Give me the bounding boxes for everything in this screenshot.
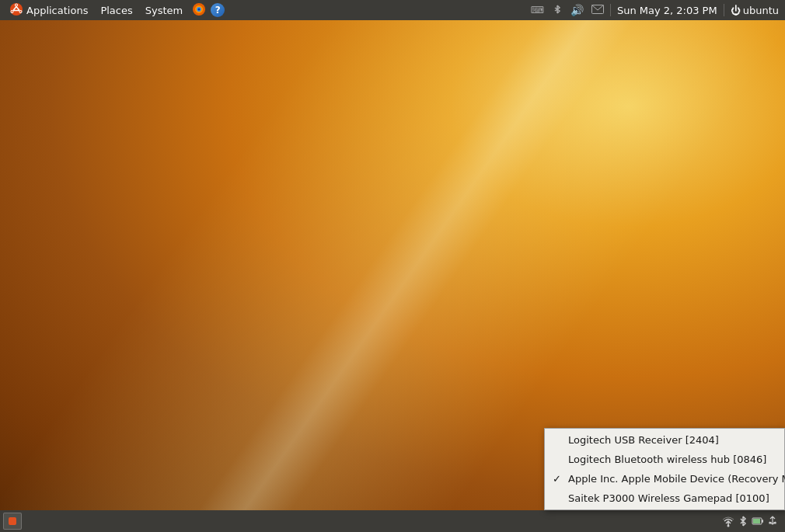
- network-icon: [722, 515, 734, 527]
- clock[interactable]: Sun May 2, 2:03 PM: [614, 0, 720, 20]
- places-menu[interactable]: Places: [94, 0, 138, 20]
- menu-item-label: Logitech USB Receiver [2404]: [568, 434, 719, 446]
- panel-right: ⌨ 🔊: [528, 0, 782, 20]
- applications-menu[interactable]: Applications: [3, 0, 94, 20]
- svg-point-4: [16, 4, 17, 5]
- device-context-menu: Logitech USB Receiver [2404] Logitech Bl…: [544, 428, 785, 510]
- help-icon: ?: [211, 3, 225, 17]
- places-label: Places: [100, 5, 132, 16]
- bottom-tray-icons[interactable]: [719, 511, 782, 531]
- svg-point-15: [727, 525, 730, 527]
- ubuntu-logo-icon: [9, 2, 23, 19]
- usb-icon: [766, 515, 779, 527]
- svg-point-13: [198, 8, 201, 10]
- taskbar-dot: [9, 517, 16, 525]
- svg-point-5: [12, 11, 13, 12]
- system-label: System: [145, 5, 183, 16]
- firefox-icon: [192, 2, 206, 19]
- svg-rect-18: [753, 519, 760, 523]
- volume-icon: 🔊: [570, 4, 584, 16]
- panel-separator-2: [724, 4, 724, 16]
- svg-point-6: [20, 11, 22, 12]
- panel-left: Applications Places System ?: [3, 0, 528, 20]
- user-power-menu[interactable]: ⏻ ubuntu: [727, 0, 782, 20]
- username-label: ubuntu: [743, 5, 779, 16]
- menu-item-saitek[interactable]: Saitek P3000 Wireless Gamepad [0100]: [545, 489, 784, 508]
- applications-label: Applications: [26, 5, 88, 16]
- svg-rect-17: [762, 520, 763, 523]
- bluetooth-tray-icon[interactable]: [549, 0, 566, 20]
- menu-item-apple-mobile[interactable]: Apple Inc. Apple Mobile Device (Recovery…: [545, 469, 784, 489]
- menu-item-label: Logitech Bluetooth wireless hub [0846]: [568, 454, 766, 465]
- mail-tray-icon[interactable]: [588, 0, 607, 20]
- datetime-label: Sun May 2, 2:03 PM: [617, 5, 717, 16]
- keyboard-icon: ⌨: [531, 5, 544, 16]
- panel-separator-1: [610, 4, 611, 16]
- menu-item-logitech-usb[interactable]: Logitech USB Receiver [2404]: [545, 430, 784, 450]
- help-launcher[interactable]: ?: [209, 0, 226, 20]
- power-icon: ⏻: [731, 5, 741, 16]
- system-menu[interactable]: System: [139, 0, 189, 20]
- mail-icon: [591, 5, 604, 16]
- top-panel: Applications Places System ?: [0, 0, 785, 20]
- menu-item-logitech-bt[interactable]: Logitech Bluetooth wireless hub [0846]: [545, 450, 784, 469]
- battery-icon: [752, 515, 764, 527]
- bottom-panel: [0, 510, 785, 532]
- firefox-launcher[interactable]: [189, 0, 209, 20]
- volume-tray-icon[interactable]: 🔊: [567, 0, 587, 20]
- bluetooth-bottom-icon: [737, 515, 749, 527]
- menu-item-label: Apple Inc. Apple Mobile Device (Recovery…: [568, 473, 785, 485]
- menu-item-label: Saitek P3000 Wireless Gamepad [0100]: [568, 492, 769, 504]
- taskbar-item-0[interactable]: [3, 513, 22, 530]
- bluetooth-icon: [552, 4, 563, 17]
- system-tray: ⌨ 🔊: [528, 0, 607, 20]
- keyboard-tray-icon[interactable]: ⌨: [528, 0, 547, 20]
